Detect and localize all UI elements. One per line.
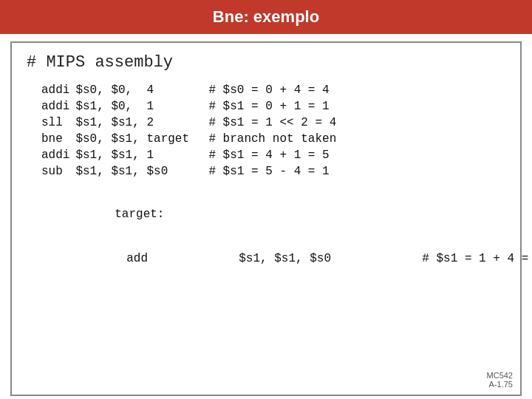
target-label-row: target: xyxy=(27,193,532,236)
args-cell: $s1, $0, 1 xyxy=(72,98,205,115)
target-args-cell: $s1, $s1, $s0 xyxy=(151,236,334,280)
footer-badge: MC542 A-1.75 xyxy=(487,371,513,389)
args-cell: $s1, $s1, 1 xyxy=(72,147,205,163)
args-cell: $s1, $s1, 2 xyxy=(72,115,205,131)
table-row: addi$s0, $0, 4# $s0 = 0 + 4 = 4 xyxy=(27,82,505,98)
assembly-heading: # MIPS assembly xyxy=(27,53,505,72)
table-row: addi$s1, $0, 1# $s1 = 0 + 1 = 1 xyxy=(27,98,505,115)
footer-text: MC542 A-1.75 xyxy=(487,371,513,389)
inst-cell: addi xyxy=(27,82,72,98)
target-inst-text: add xyxy=(126,252,148,265)
args-cell: $s0, $s1, target xyxy=(72,131,205,147)
inst-cell: addi xyxy=(27,98,72,115)
target-inst-cell: add xyxy=(27,236,151,280)
target-table: target: add $s1, $s1, $s0 # $s1 = 1 + 4 … xyxy=(27,193,532,280)
args-cell: $s1, $s1, $s0 xyxy=(72,163,205,180)
target-label-cell: target: xyxy=(27,193,532,236)
args-cell: $s0, $0, 4 xyxy=(72,82,205,98)
title-bar: Bne: exemplo xyxy=(0,0,532,34)
target-comment-text: # $s1 = 1 + 4 = 5 xyxy=(422,252,532,265)
table-row: sll$s1, $s1, 2# $s1 = 1 << 2 = 4 xyxy=(27,115,505,131)
target-inst-row: add $s1, $s1, $s0 # $s1 = 1 + 4 = 5 xyxy=(27,236,532,280)
comment-cell: # $s1 = 0 + 1 = 1 xyxy=(205,98,505,115)
table-row: bne$s0, $s1, target# branch not taken xyxy=(27,131,505,147)
comment-cell: # $s1 = 5 - 4 = 1 xyxy=(205,163,505,180)
comment-cell: # $s1 = 1 << 2 = 4 xyxy=(205,115,505,131)
target-label-text: target: xyxy=(115,208,164,221)
code-table: addi$s0, $0, 4# $s0 = 0 + 4 = 4addi$s1, … xyxy=(27,82,505,180)
page-title: Bne: exemplo xyxy=(213,7,319,26)
target-args-text: $s1, $s1, $s0 xyxy=(239,252,331,265)
target-comment-cell: # $s1 = 1 + 4 = 5 xyxy=(334,236,532,280)
comment-cell: # $s1 = 4 + 1 = 5 xyxy=(205,147,505,163)
table-row: sub$s1, $s1, $s0# $s1 = 5 - 4 = 1 xyxy=(27,163,505,180)
table-row: addi$s1, $s1, 1# $s1 = 4 + 1 = 5 xyxy=(27,147,505,163)
comment-cell: # $s0 = 0 + 4 = 4 xyxy=(205,82,505,98)
inst-cell: bne xyxy=(27,131,72,147)
target-section: target: add $s1, $s1, $s0 # $s1 = 1 + 4 … xyxy=(27,193,505,280)
inst-cell: sub xyxy=(27,163,72,180)
inst-cell: sll xyxy=(27,115,72,131)
main-content: # MIPS assembly addi$s0, $0, 4# $s0 = 0 … xyxy=(10,41,522,396)
comment-cell: # branch not taken xyxy=(205,131,505,147)
inst-cell: addi xyxy=(27,147,72,163)
